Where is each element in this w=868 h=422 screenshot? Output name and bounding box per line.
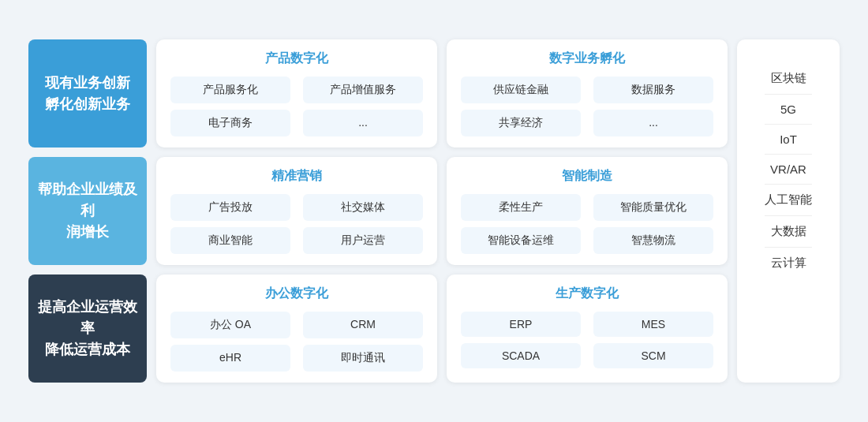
card-grid-2-0: 办公 OACRMeHR即时通讯 (170, 312, 423, 372)
card-item-0-0-3: ... (303, 110, 423, 136)
card-1-1: 智能制造柔性生产智能质量优化智能设备运维智慧物流 (447, 157, 728, 265)
card-item-0-1-2: 共享经济 (461, 110, 581, 136)
left-label-0: 现有业务创新 孵化创新业务 (28, 39, 147, 148)
card-title-1-0: 精准营销 (170, 168, 423, 185)
card-item-1-1-3: 智慧物流 (593, 227, 713, 254)
card-item-0-0-1: 产品增值服务 (303, 77, 423, 103)
card-grid-0-1: 供应链金融数据服务共享经济... (461, 77, 713, 136)
tech-item: 5G (765, 95, 812, 125)
card-item-2-1-2: SCADA (461, 343, 581, 368)
card-item-2-1-0: ERP (461, 312, 581, 337)
card-title-0-1: 数字业务孵化 (461, 50, 713, 67)
card-item-2-0-2: eHR (170, 345, 290, 372)
tech-panel: 区块链5GIoTVR/AR人工智能大数据云计算 (737, 39, 840, 383)
tech-items-list: 区块链5GIoTVR/AR人工智能大数据云计算 (765, 63, 812, 278)
main-container: 现有业务创新 孵化创新业务产品数字化产品服务化产品增值服务电子商务...数字业务… (16, 27, 852, 395)
card-item-0-1-0: 供应链金融 (461, 77, 581, 103)
left-label-2: 提高企业运营效率 降低运营成本 (28, 274, 147, 383)
tech-item: IoT (765, 125, 812, 155)
card-item-1-1-1: 智能质量优化 (593, 194, 713, 221)
card-item-0-1-1: 数据服务 (593, 77, 713, 103)
card-title-2-1: 生产数字化 (461, 286, 713, 302)
card-grid-1-1: 柔性生产智能质量优化智能设备运维智慧物流 (461, 194, 713, 254)
card-item-1-0-0: 广告投放 (170, 194, 290, 221)
tech-item: 人工智能 (765, 185, 812, 216)
card-2-1: 生产数字化ERPMESSCADASCM (447, 274, 728, 383)
card-0-1: 数字业务孵化供应链金融数据服务共享经济... (447, 39, 728, 148)
card-item-1-0-2: 商业智能 (170, 227, 290, 254)
tech-item: 云计算 (765, 248, 812, 278)
card-item-0-0-0: 产品服务化 (170, 77, 290, 103)
card-grid-0-0: 产品服务化产品增值服务电子商务... (170, 77, 423, 136)
card-title-2-0: 办公数字化 (170, 286, 423, 302)
card-title-1-1: 智能制造 (461, 168, 713, 185)
card-item-2-0-3: 即时通讯 (303, 345, 423, 372)
card-grid-2-1: ERPMESSCADASCM (461, 312, 713, 368)
card-item-2-0-0: 办公 OA (170, 312, 290, 338)
tech-item: 大数据 (765, 216, 812, 248)
tech-item: VR/AR (765, 155, 812, 185)
card-1-0: 精准营销广告投放社交媒体商业智能用户运营 (156, 157, 437, 265)
card-2-0: 办公数字化办公 OACRMeHR即时通讯 (156, 274, 437, 383)
card-title-0-0: 产品数字化 (170, 50, 423, 67)
card-item-2-1-3: SCM (593, 343, 713, 368)
card-item-1-0-3: 用户运营 (303, 227, 423, 254)
card-item-2-1-1: MES (593, 312, 713, 337)
left-label-1: 帮助企业业绩及利 润增长 (28, 157, 147, 265)
card-0-0: 产品数字化产品服务化产品增值服务电子商务... (156, 39, 437, 148)
card-item-1-1-2: 智能设备运维 (461, 227, 581, 254)
card-grid-1-0: 广告投放社交媒体商业智能用户运营 (170, 194, 423, 254)
card-item-1-0-1: 社交媒体 (303, 194, 423, 221)
card-item-0-1-3: ... (593, 110, 713, 136)
card-item-1-1-0: 柔性生产 (461, 194, 581, 221)
tech-item: 区块链 (765, 63, 812, 95)
card-item-0-0-2: 电子商务 (170, 110, 290, 136)
card-item-2-0-1: CRM (303, 312, 423, 338)
